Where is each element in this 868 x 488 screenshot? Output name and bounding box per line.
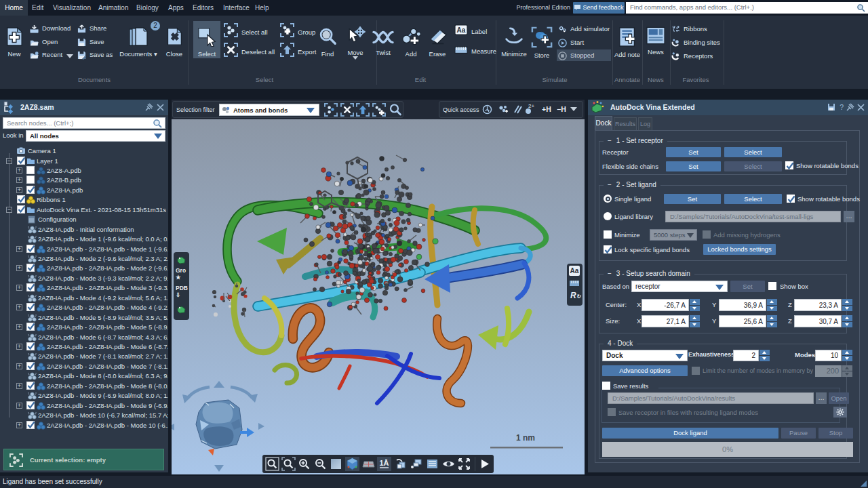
svg-text:1Å: 1Å: [379, 459, 389, 467]
svg-text:Aa: Aa: [457, 26, 466, 34]
svg-text:1 nm: 1 nm: [516, 433, 535, 443]
